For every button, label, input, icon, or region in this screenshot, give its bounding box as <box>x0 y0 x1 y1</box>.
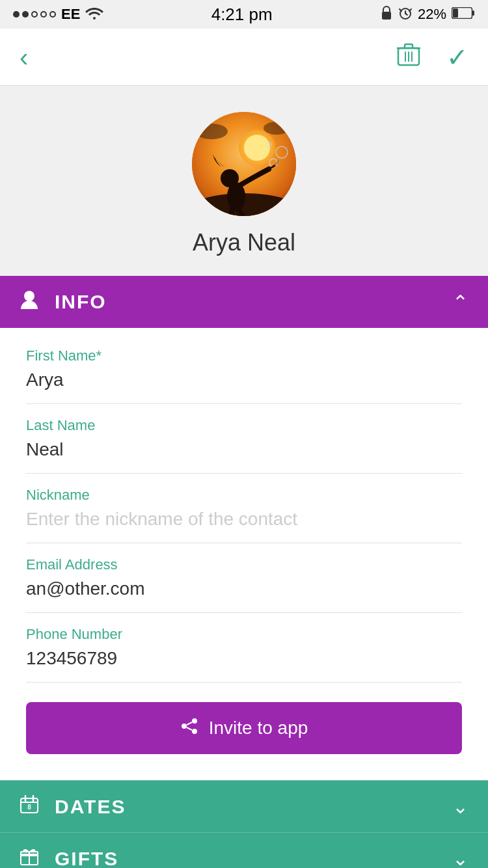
svg-point-23 <box>192 718 197 724</box>
last-name-field[interactable]: Last Name Neal <box>26 404 462 474</box>
invite-label: Invite to app <box>209 718 308 739</box>
status-right: 22% <box>380 5 475 24</box>
nickname-field[interactable]: Nickname Enter the nickname of the conta… <box>26 474 462 543</box>
invite-button[interactable]: Invite to app <box>26 702 462 754</box>
gifts-section-title: GIFTS <box>55 848 118 869</box>
info-section-title: INFO <box>55 291 107 313</box>
alarm-icon <box>398 6 413 23</box>
battery-icon <box>452 7 475 22</box>
svg-line-27 <box>187 727 192 730</box>
svg-rect-4 <box>453 8 458 18</box>
status-bar: EE 4:21 pm 22% <box>0 0 488 29</box>
info-section-header[interactable]: INFO ⌃ <box>0 276 488 328</box>
svg-point-25 <box>192 729 197 734</box>
share-icon <box>180 717 198 740</box>
svg-point-13 <box>195 124 228 139</box>
nav-actions: ✓ <box>397 42 468 73</box>
profile-section: Arya Neal <box>0 86 488 276</box>
delete-button[interactable] <box>397 42 420 73</box>
first-name-value[interactable]: Arya <box>26 370 462 390</box>
last-name-label: Last Name <box>26 417 462 434</box>
info-header-left: INFO <box>20 290 107 315</box>
dates-header-left: 8 DATES <box>20 794 126 819</box>
signal-dot-1 <box>13 11 20 18</box>
svg-line-26 <box>187 722 192 725</box>
gifts-chevron-down-icon: ⌄ <box>452 847 468 868</box>
first-name-label: First Name* <box>26 347 462 364</box>
dates-calendar-icon: 8 <box>20 794 39 819</box>
back-button[interactable]: ‹ <box>20 44 28 70</box>
wifi-icon <box>85 5 103 23</box>
battery-percentage: 22% <box>418 6 446 23</box>
nickname-placeholder[interactable]: Enter the nickname of the contact <box>26 509 462 530</box>
signal-dot-5 <box>49 11 56 18</box>
gifts-header-left: GIFTS <box>20 847 118 868</box>
email-value[interactable]: an@other.com <box>26 578 462 599</box>
phone-label: Phone Number <box>26 626 462 643</box>
svg-point-12 <box>244 135 270 161</box>
avatar-image <box>192 112 296 216</box>
email-label: Email Address <box>26 556 462 573</box>
signal-dot-4 <box>40 11 47 18</box>
last-name-value[interactable]: Neal <box>26 439 462 460</box>
gifts-section-header[interactable]: GIFTS ⌄ <box>0 832 488 868</box>
svg-text:8: 8 <box>27 804 31 811</box>
first-name-field[interactable]: First Name* Arya <box>26 334 462 404</box>
profile-name: Arya Neal <box>193 229 295 256</box>
status-left: EE <box>13 5 103 23</box>
gifts-present-icon <box>20 847 39 868</box>
svg-point-22 <box>24 291 34 301</box>
carrier-label: EE <box>61 6 80 23</box>
info-form: First Name* Arya Last Name Neal Nickname… <box>0 328 488 780</box>
info-person-icon <box>20 290 39 315</box>
lock-icon <box>380 5 393 24</box>
confirm-button[interactable]: ✓ <box>446 42 468 72</box>
svg-point-24 <box>182 724 187 729</box>
signal-dot-2 <box>22 11 29 18</box>
nav-bar: ‹ ✓ <box>0 29 488 86</box>
dates-section-title: DATES <box>55 796 126 818</box>
svg-rect-0 <box>382 12 391 20</box>
avatar[interactable] <box>192 112 296 216</box>
time-display: 4:21 pm <box>211 5 273 25</box>
signal-dots <box>13 11 56 18</box>
dates-section-header[interactable]: 8 DATES ⌄ <box>0 780 488 832</box>
svg-rect-3 <box>472 10 474 16</box>
email-field[interactable]: Email Address an@other.com <box>26 543 462 613</box>
phone-value[interactable]: 123456789 <box>26 648 462 669</box>
dates-chevron-down-icon: ⌄ <box>452 795 468 818</box>
signal-dot-3 <box>31 11 38 18</box>
phone-field[interactable]: Phone Number 123456789 <box>26 613 462 683</box>
info-chevron-up-icon: ⌃ <box>452 291 468 314</box>
nickname-label: Nickname <box>26 487 462 504</box>
svg-point-14 <box>264 122 290 135</box>
